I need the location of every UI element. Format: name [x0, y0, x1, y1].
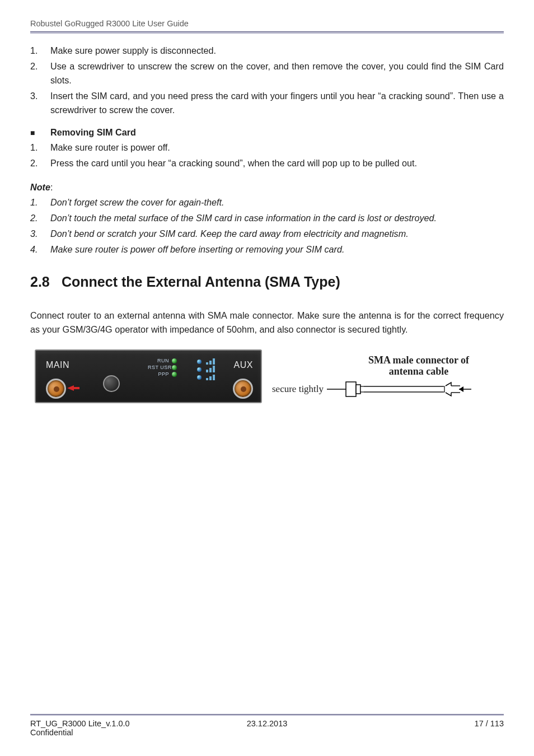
section-heading: 2.8 Connect the External Antenna (SMA Ty… — [30, 271, 504, 293]
led-icon — [172, 358, 177, 363]
led-run-label: RUN — [148, 358, 169, 363]
square-bullet-icon: ■ — [30, 127, 50, 139]
connector-title-line1: SMA male connector of — [368, 354, 469, 366]
section-paragraph: Connect router to an external antenna wi… — [30, 309, 504, 337]
list-item: 2.Use a screwdriver to unscrew the screw… — [30, 59, 504, 87]
section-number: 2.8 — [30, 271, 62, 293]
item-text: Make sure router is power off before ins… — [50, 242, 344, 256]
running-header: Robustel GoRugged R3000 Lite User Guide — [30, 19, 504, 31]
led-panel: RUN RST USR PPP — [148, 358, 188, 379]
list-item: 4.Make sure router is power off before i… — [30, 242, 504, 256]
svg-rect-3 — [360, 386, 444, 392]
item-text: Press the card until you hear “a crackin… — [50, 156, 504, 170]
list-item: 1.Don’t forget screw the cover for again… — [30, 195, 504, 209]
reset-button-icon — [103, 375, 120, 392]
heading-text: Removing SIM Card — [50, 125, 136, 139]
item-number: 3. — [30, 227, 50, 241]
remove-steps-list: 1.Make sure router is power off. 2.Press… — [30, 141, 504, 170]
footer-confidential: Confidential — [30, 728, 130, 737]
page-footer: 23.12.2013 RT_UG_R3000 Lite_v.1.0.0 Conf… — [30, 714, 504, 737]
footer-doc-id: RT_UG_R3000 Lite_v.1.0.0 — [30, 719, 130, 728]
removing-sim-heading: ■ Removing SIM Card — [30, 125, 504, 139]
footer-rule — [30, 714, 504, 716]
svg-rect-2 — [356, 385, 360, 394]
main-antenna-port-icon — [46, 379, 66, 399]
secure-tightly-label: secure tightly — [272, 382, 324, 396]
main-port-label: MAIN — [46, 358, 69, 372]
list-item: 2.Press the card until you hear “a crack… — [30, 156, 504, 170]
signal-bars-icon — [197, 358, 215, 380]
arrow-red-icon — [67, 385, 74, 391]
item-text: Insert the SIM card, and you need press … — [50, 89, 504, 117]
led-icon — [172, 372, 177, 377]
notes-list: 1.Don’t forget screw the cover for again… — [30, 195, 504, 256]
svg-marker-9 — [459, 386, 463, 392]
led-usr-label: RST USR — [148, 365, 169, 370]
section-title: Connect the External Antenna (SMA Type) — [62, 271, 340, 293]
antenna-figure: MAIN AUX RUN RST USR PPP — [35, 347, 504, 406]
svg-rect-1 — [346, 382, 356, 396]
install-steps-list: 1.Make sure power supply is disconnected… — [30, 44, 504, 118]
list-item: 2.Don’t touch the metal surface of the S… — [30, 211, 504, 225]
sma-connector-icon — [327, 380, 472, 399]
item-number: 2. — [30, 211, 50, 225]
header-rule — [30, 31, 504, 34]
item-text: Use a screwdriver to unscrew the screw o… — [50, 59, 504, 87]
item-number: 1. — [30, 195, 50, 209]
note-label: Note: — [30, 180, 504, 194]
list-item: 3.Insert the SIM card, and you need pres… — [30, 89, 504, 117]
led-ppp-label: PPP — [148, 372, 169, 377]
item-text: Make sure router is power off. — [50, 141, 504, 155]
list-item: 1.Make sure power supply is disconnected… — [30, 44, 504, 58]
footer-page-number: 17 / 113 — [475, 719, 504, 737]
aux-port-label: AUX — [234, 358, 253, 372]
connector-diagram: SMA male connector of antenna cable secu… — [262, 354, 504, 399]
connector-title-line2: antenna cable — [389, 366, 449, 377]
item-text: Don’t forget screw the cover for again-t… — [50, 195, 224, 209]
item-number: 2. — [30, 156, 50, 170]
item-number: 1. — [30, 44, 50, 58]
item-number: 4. — [30, 242, 50, 256]
led-icon — [172, 365, 177, 370]
item-number: 3. — [30, 89, 50, 117]
item-number: 2. — [30, 59, 50, 87]
list-item: 3.Don’t bend or scratch your SIM card. K… — [30, 227, 504, 241]
item-text: Don’t touch the metal surface of the SIM… — [50, 211, 437, 225]
item-text: Don’t bend or scratch your SIM card. Kee… — [50, 227, 409, 241]
device-front-panel: MAIN AUX RUN RST USR PPP — [35, 349, 262, 403]
item-number: 1. — [30, 141, 50, 155]
note-label-text: Note — [30, 182, 50, 192]
aux-antenna-port-icon — [233, 379, 253, 399]
item-text: Make sure power supply is disconnected. — [50, 44, 504, 58]
connector-title: SMA male connector of antenna cable — [334, 354, 504, 377]
list-item: 1.Make sure router is power off. — [30, 141, 504, 155]
note-colon: : — [50, 182, 53, 192]
